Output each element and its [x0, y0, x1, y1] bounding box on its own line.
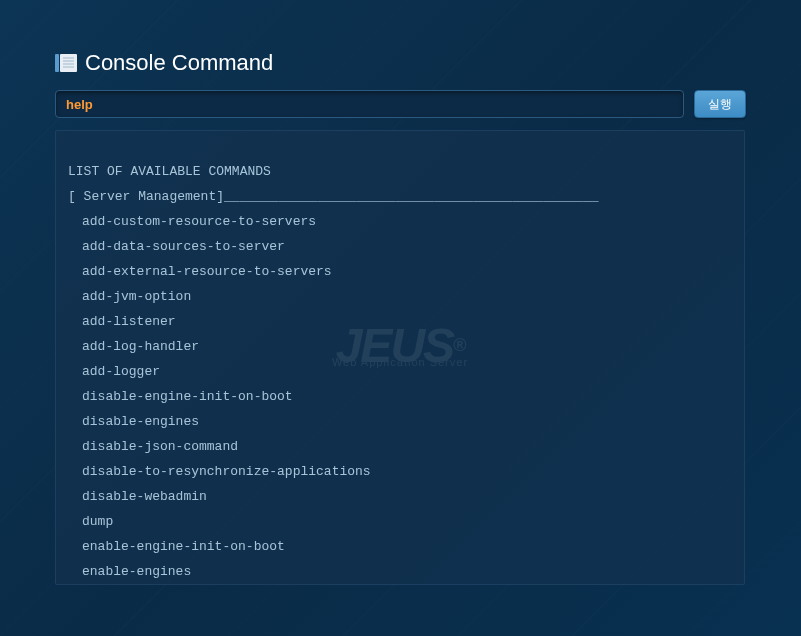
page-title: Console Command — [85, 50, 273, 76]
command-item: disable-webadmin — [68, 484, 732, 509]
command-item: enable-engines — [68, 559, 732, 584]
command-item: disable-json-command — [68, 434, 732, 459]
command-item: enable-engine-init-on-boot — [68, 534, 732, 559]
console-icon — [55, 54, 77, 72]
output-section-header: [ Server Management]____________________… — [68, 184, 732, 209]
output-panel[interactable]: JEUS® Web Application Server LIST OF AVA… — [55, 130, 745, 585]
command-item: disable-to-resynchronize-applications — [68, 459, 732, 484]
command-item: disable-engine-init-on-boot — [68, 384, 732, 409]
output-header: LIST OF AVAILABLE COMMANDS — [68, 159, 732, 184]
command-item: add-data-sources-to-server — [68, 234, 732, 259]
command-item: add-jvm-option — [68, 284, 732, 309]
svg-rect-1 — [60, 54, 77, 72]
command-item: add-log-handler — [68, 334, 732, 359]
svg-rect-0 — [55, 54, 59, 72]
command-input[interactable] — [55, 90, 684, 118]
title-row: Console Command — [55, 50, 746, 76]
command-item: add-logger — [68, 359, 732, 384]
command-item: add-external-resource-to-servers — [68, 259, 732, 284]
execute-button[interactable]: 실행 — [694, 90, 746, 118]
command-item: disable-engines — [68, 409, 732, 434]
command-item: add-listener — [68, 309, 732, 334]
input-row: 실행 — [55, 90, 746, 118]
command-item: add-custom-resource-to-servers — [68, 209, 732, 234]
command-item: dump — [68, 509, 732, 534]
